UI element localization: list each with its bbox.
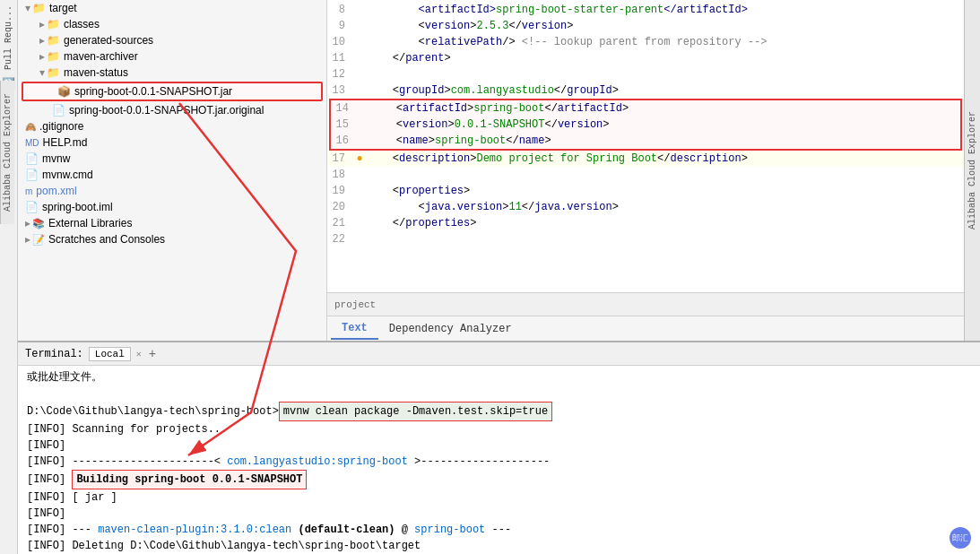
code-line-20: 20 <java.version>11</java.version> — [327, 199, 964, 215]
tree-item-scratches[interactable]: ▸ 📝 Scratches and Consoles — [18, 231, 326, 247]
line-num-15: 15 — [331, 117, 356, 133]
tree-item-gitignore[interactable]: 🙈 .gitignore — [18, 118, 326, 134]
tree-item-generated-sources[interactable]: ▸ 📁 generated-sources — [18, 32, 326, 48]
code-line-11: 11 </parent> — [327, 50, 964, 66]
tree-item-maven-status[interactable]: ▾ 📁 maven-status — [18, 65, 326, 81]
tree-item-classes[interactable]: ▸ 📁 classes — [18, 16, 326, 32]
code-content-10: <relativePath/> <!-- lookup parent from … — [367, 34, 768, 50]
terminal-area: Terminal: Local ✕ + 或批处理文件。 D:\Code\Gith… — [18, 341, 980, 554]
chevron-right-icon-scratch: ▸ — [25, 233, 30, 246]
tree-label-status: maven-status — [64, 66, 128, 79]
md-icon: MD — [25, 138, 39, 148]
code-line-13: 13 <groupId>com.langyastudio</groupId> — [327, 82, 964, 99]
file-tree-sidebar: ▾ 📁 target ▸ 📁 classes ▸ 📁 genera — [18, 0, 327, 341]
terminal-content[interactable]: 或批处理文件。 D:\Code\Github\langya-tech\sprin… — [18, 366, 980, 554]
tree-item-jar-orig[interactable]: 📄 spring-boot-0.0.1-SNAPSHOT.jar.origina… — [18, 102, 326, 118]
line-num-22: 22 — [327, 231, 352, 247]
folder-icon-gen: 📁 — [47, 34, 60, 47]
tree-item-ext-libs[interactable]: ▸ 📚 External Libraries — [18, 215, 326, 231]
tree-label-scratches: Scratches and Consoles — [48, 233, 165, 246]
gitignore-icon: 🙈 — [25, 122, 36, 132]
editor-bottom-bar: project — [327, 292, 964, 316]
line-num-19: 19 — [327, 183, 352, 199]
code-line-10: 10 <relativePath/> <!-- lookup parent fr… — [327, 34, 964, 50]
pom-icon: m — [25, 186, 32, 196]
tree-label-pom: pom.xml — [36, 185, 76, 197]
tree-label-ext-libs: External Libraries — [48, 217, 132, 229]
chevron-right-icon-ext: ▸ — [25, 217, 30, 229]
tree-label-arch: maven-archiver — [64, 50, 138, 63]
line-num-18: 18 — [327, 167, 352, 183]
code-content-17: <description>Demo project for Spring Boo… — [367, 151, 748, 167]
terminal-line-jar: [INFO] [ jar ] — [27, 489, 971, 506]
code-line-17: 17 ● <description>Demo project for Sprin… — [327, 151, 964, 167]
code-line-12: 12 — [327, 66, 964, 82]
tree-label-mvnw: mvnw — [42, 152, 70, 165]
terminal-line-1: 或批处理文件。 — [27, 369, 971, 385]
tree-item-helpmd[interactable]: MD HELP.md — [18, 134, 326, 151]
tree-label-jar: spring-boot-0.0.1-SNAPSHOT.jar — [74, 85, 232, 98]
code-line-18: 18 — [327, 167, 964, 183]
tree-item-iml[interactable]: 📄 spring-boot.iml — [18, 199, 326, 215]
code-line-8: 8 <artifactId>spring-boot-starter-parent… — [327, 2, 964, 18]
editor-content: 8 <artifactId>spring-boot-starter-parent… — [327, 0, 964, 292]
tab-dependency-analyzer[interactable]: Dependency Analyzer — [378, 319, 523, 339]
mvnw-cmd-icon: 📄 — [25, 169, 39, 181]
terminal-line-info2: [INFO] — [27, 506, 971, 522]
jar-orig-icon: 📄 — [52, 104, 65, 117]
line-num-16: 16 — [331, 133, 356, 149]
folder-icon-classes: 📁 — [47, 18, 60, 30]
ext-libs-icon: 📚 — [32, 218, 45, 229]
terminal-header: Terminal: Local ✕ + — [18, 342, 980, 366]
tree-label-helpmd: HELP.md — [43, 136, 88, 149]
tree-label-iml: spring-boot.iml — [42, 201, 113, 213]
terminal-close-icon[interactable]: ✕ — [136, 349, 142, 359]
scratches-icon: 📝 — [32, 234, 45, 246]
alibaba-cloud-sidebar[interactable]: Alibaba Cloud Explorer — [964, 0, 980, 341]
iml-icon: 📄 — [25, 201, 39, 213]
code-content-9: <version>2.5.3</version> — [367, 18, 573, 34]
tree-label-target: target — [49, 2, 77, 14]
terminal-tab-local[interactable]: Local — [89, 347, 131, 361]
folder-icon-arch: 📁 — [47, 50, 60, 63]
alibaba-cloud-label[interactable]: Alibaba Cloud Explorer — [967, 111, 977, 229]
tree-item-maven-archiver[interactable]: ▸ 📁 maven-archiver — [18, 48, 326, 65]
chevron-down-icon: ▾ — [25, 2, 30, 14]
chevron-right-icon-2: ▸ — [39, 34, 45, 47]
terminal-line-building: [INFO] Building spring-boot 0.0.1-SNAPSH… — [27, 470, 971, 489]
file-tree-content: ▾ 📁 target ▸ 📁 classes ▸ 📁 genera — [18, 0, 326, 341]
line-num-11: 11 — [327, 50, 352, 66]
folder-icon-status: 📁 — [47, 66, 60, 79]
code-content-21: </properties> — [367, 215, 476, 231]
line-num-9: 9 — [327, 18, 352, 34]
code-content-16: <name>spring-boot</name> — [370, 133, 551, 149]
line-num-8: 8 — [327, 2, 352, 18]
tree-item-jar[interactable]: 📦 spring-boot-0.0.1-SNAPSHOT.jar — [22, 82, 323, 101]
code-content-19: <properties> — [367, 183, 470, 199]
tree-item-mvnw[interactable]: 📄 mvnw — [18, 151, 326, 167]
jar-icon: 📦 — [57, 85, 71, 98]
terminal-line-cmd: D:\Code\Github\langya-tech\spring-boot>m… — [27, 402, 971, 421]
terminal-plus-button[interactable]: + — [149, 347, 156, 361]
terminal-line-blank — [27, 385, 971, 402]
line-num-17: 17 — [327, 151, 352, 167]
code-content-8: <artifactId>spring-boot-starter-parent</… — [367, 2, 748, 18]
tab-text[interactable]: Text — [331, 318, 378, 340]
code-line-14: 14 <artifactId>spring-boot</artifactId> — [331, 100, 960, 117]
tree-label-mvnw-cmd: mvnw.cmd — [42, 169, 93, 181]
tree-item-target[interactable]: ▾ 📁 target — [18, 0, 326, 16]
code-content-14: <artifactId>spring-boot</artifactId> — [370, 100, 629, 117]
code-line-21: 21 </properties> — [327, 215, 964, 231]
pull-requests-label[interactable]: Pull Requ... — [4, 5, 14, 70]
tree-label-classes: classes — [64, 18, 100, 30]
tree-item-mvnw-cmd[interactable]: 📄 mvnw.cmd — [18, 167, 326, 183]
code-content-13: <groupId>com.langyastudio</groupId> — [367, 82, 619, 99]
tree-item-pom[interactable]: m pom.xml — [18, 183, 326, 199]
line-num-10: 10 — [327, 34, 352, 50]
chevron-right-icon: ▸ — [39, 18, 45, 30]
code-line-22: 22 — [327, 231, 964, 247]
code-content-15: <version>0.0.1-SNAPSHOT</version> — [370, 117, 610, 133]
terminal-line-scanning: [INFO] Scanning for projects... — [27, 421, 971, 437]
code-lines-box-14-16: 14 <artifactId>spring-boot</artifactId> … — [329, 99, 962, 151]
view-tabs-bar: Text Dependency Analyzer — [327, 316, 964, 341]
